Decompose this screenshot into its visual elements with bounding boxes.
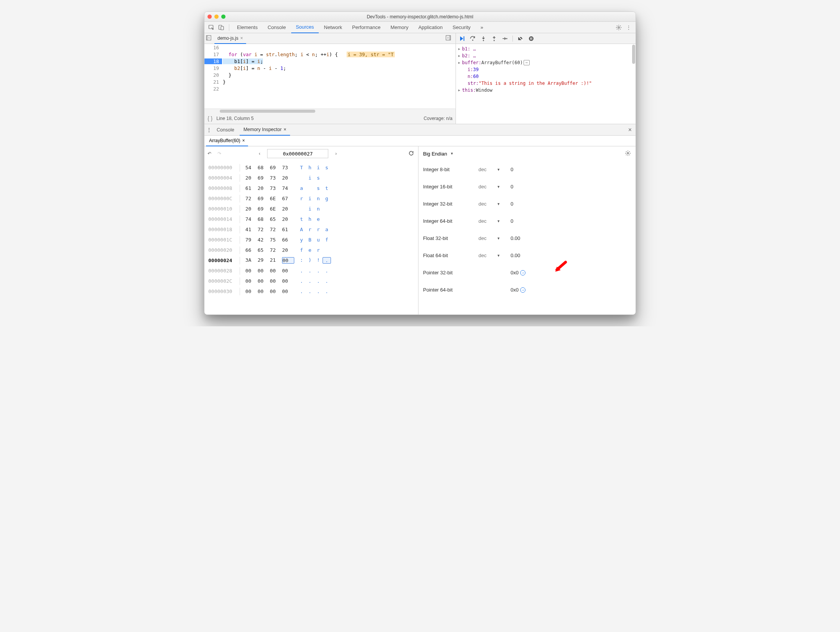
hex-ascii-char[interactable]: . [323,278,331,284]
hex-byte[interactable]: 20 [245,206,258,212]
hex-ascii-char[interactable]: h [306,165,314,170]
hex-ascii-char[interactable]: a [323,227,331,232]
hex-ascii-char[interactable] [323,175,331,181]
hex-ascii-char[interactable]: f [323,237,331,243]
jump-to-address-icon[interactable]: → [520,270,525,275]
inspect-icon[interactable] [207,23,216,32]
hex-byte[interactable]: 3A [245,257,258,264]
redo-icon[interactable]: ↷ [217,151,224,156]
hex-ascii-char[interactable]: s [323,165,331,170]
resume-icon[interactable] [458,35,466,42]
close-icon[interactable]: × [284,127,286,132]
value-settings-icon[interactable] [625,150,631,157]
navigator-toggle-icon[interactable] [206,35,214,42]
hex-ascii-char[interactable]: ) [306,257,314,264]
scope-scrollbar[interactable] [632,45,635,64]
hex-byte[interactable]: 74 [282,185,294,191]
hex-ascii-char[interactable]: e [306,247,314,253]
hex-ascii-char[interactable]: . [323,288,331,294]
hex-ascii-char[interactable]: . [297,278,306,284]
hex-byte[interactable]: 00 [282,257,294,264]
hex-ascii-char[interactable] [323,247,331,253]
chevron-down-icon[interactable]: ▼ [497,254,511,258]
hex-byte[interactable]: 00 [282,278,294,284]
hex-byte[interactable]: 73 [282,165,294,170]
hex-byte[interactable]: 72 [270,247,282,253]
tab-performance[interactable]: Performance [347,22,385,33]
hex-byte[interactable]: 00 [282,288,294,294]
hex-ascii-char[interactable]: r [314,227,323,232]
hex-byte[interactable]: 42 [258,237,270,243]
scope-variables[interactable]: ▶b1: … ▶b2: … ▶buffer: ArrayBuffer(60)⋯ … [456,44,636,124]
hex-ascii-char[interactable] [323,206,331,212]
hex-byte[interactable]: 00 [245,288,258,294]
chevron-down-icon[interactable]: ▼ [497,219,511,223]
chevron-down-icon[interactable]: ▼ [497,202,511,206]
chevron-down-icon[interactable]: ▼ [497,185,511,189]
hex-byte[interactable]: 20 [245,175,258,181]
hex-byte[interactable]: 79 [245,237,258,243]
hex-byte[interactable]: 65 [270,216,282,222]
hex-byte[interactable]: 6E [270,196,282,201]
value-mode-select[interactable]: dec [478,167,497,172]
horizontal-scrollbar[interactable] [204,109,456,113]
drawer-kebab-icon[interactable]: ⋮ [207,127,211,133]
device-toggle-icon[interactable] [217,23,226,32]
tab-application[interactable]: Application [414,22,448,33]
hex-ascii-char[interactable]: . [306,268,314,274]
endianness-select[interactable]: Big Endian [423,151,447,157]
hex-ascii-char[interactable]: . [314,268,323,274]
hex-ascii-char[interactable]: u [314,237,323,243]
hex-ascii-char[interactable]: t [323,185,331,191]
hex-byte[interactable]: 00 [258,268,270,274]
hex-ascii-char[interactable]: . [306,288,314,294]
hex-ascii-char[interactable]: n [314,206,323,212]
tab-security[interactable]: Security [448,22,475,33]
reveal-in-memory-icon[interactable]: ⋯ [524,60,530,65]
hex-grid[interactable]: 0000000054686973This0000000420697320 is … [204,161,418,298]
code-editor[interactable]: 16 17 for (var i = str.length; i < n; ++… [204,44,456,109]
hex-ascii-char[interactable] [306,185,314,191]
hex-ascii-char[interactable]: t [297,216,306,222]
hex-ascii-char[interactable]: ! [314,257,323,264]
hex-ascii-char[interactable]: g [323,196,331,201]
deactivate-breakpoints-icon[interactable] [517,35,524,42]
source-file-tab[interactable]: demo-js.js × [214,33,246,44]
close-drawer-icon[interactable]: × [627,126,633,133]
hex-byte[interactable]: 68 [258,216,270,222]
hex-byte[interactable]: 20 [282,216,294,222]
value-mode-select[interactable]: dec [478,184,497,190]
hex-byte[interactable]: 00 [245,268,258,274]
drawer-tab-console[interactable]: Console [213,124,238,136]
hex-byte[interactable]: 74 [245,216,258,222]
hex-byte[interactable]: 66 [245,247,258,253]
hex-ascii-char[interactable]: e [314,216,323,222]
next-page-icon[interactable]: › [331,151,341,156]
pause-exceptions-icon[interactable] [527,35,535,42]
value-mode-select[interactable]: dec [478,218,497,224]
hex-byte[interactable]: 68 [258,165,270,170]
kebab-icon[interactable]: ⋮ [624,23,633,32]
pretty-print-icon[interactable]: { } [208,115,212,122]
drawer-tab-memory-inspector[interactable]: Memory Inspector × [240,124,290,136]
hex-byte[interactable]: 00 [258,278,270,284]
hex-byte[interactable]: 20 [282,175,294,181]
hex-ascii-char[interactable] [323,216,331,222]
hex-byte[interactable]: 72 [245,196,258,201]
hex-byte[interactable]: 20 [282,206,294,212]
hex-ascii-char[interactable]: i [306,175,314,181]
settings-icon[interactable] [614,23,623,32]
hex-ascii-char[interactable]: a [297,185,306,191]
hex-byte[interactable]: 73 [270,175,282,181]
value-mode-select[interactable]: dec [478,201,497,207]
tab-network[interactable]: Network [319,22,347,33]
hex-byte[interactable]: 00 [270,288,282,294]
tab-memory[interactable]: Memory [386,22,413,33]
hex-ascii-char[interactable]: s [314,185,323,191]
step-over-icon[interactable] [469,35,477,42]
inspector-buffer-tab[interactable]: ArrayBuffer(60) × [206,136,248,146]
hex-ascii-char[interactable]: . [314,288,323,294]
hex-byte[interactable]: 00 [258,288,270,294]
hex-ascii-char[interactable]: n [314,196,323,201]
hex-ascii-char[interactable]: A [297,227,306,232]
